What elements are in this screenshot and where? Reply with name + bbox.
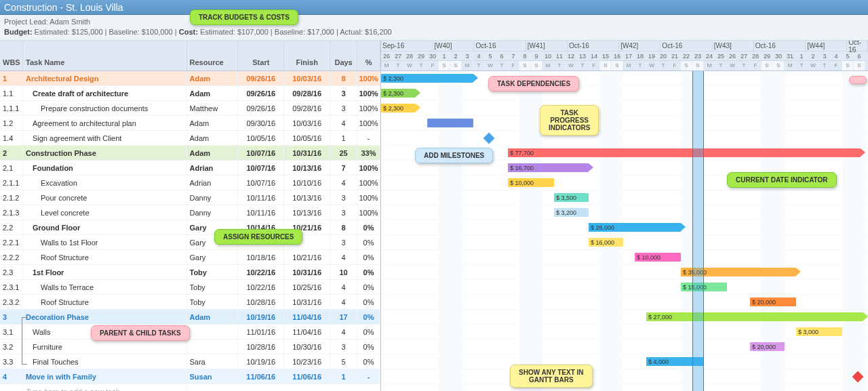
gantt-bar[interactable] bbox=[427, 119, 473, 127]
gantt-row[interactable] bbox=[381, 369, 868, 384]
gantt-row[interactable] bbox=[381, 116, 868, 131]
timeline-month: Oct-16 bbox=[660, 41, 712, 51]
project-lead-label: Project Lead: bbox=[4, 18, 48, 26]
gantt-row[interactable]: $ 35,000 bbox=[381, 265, 868, 280]
task-row[interactable]: 2.1FoundationAdrian10/07/1610/13/167100% bbox=[0, 161, 380, 176]
timeline-month: [W42] bbox=[619, 41, 660, 51]
timeline-month: Oct-16 bbox=[754, 41, 806, 51]
task-row[interactable]: 1.4Sign agreement with ClientAdam10/05/1… bbox=[0, 131, 380, 146]
cost-label: Cost: bbox=[179, 28, 198, 36]
gantt-bar[interactable]: $ 2,300 bbox=[381, 89, 416, 98]
gantt-row[interactable]: $ 26,000 bbox=[381, 220, 868, 235]
gantt-row[interactable] bbox=[381, 131, 868, 146]
task-row[interactable]: 3.2Furniture10/28/1610/30/1630% bbox=[0, 339, 380, 354]
callout-milestones: ADD MILESTONES bbox=[415, 148, 493, 163]
task-row[interactable]: 4Move in with FamilySusan11/06/1611/06/1… bbox=[0, 369, 380, 384]
callout-progress: TASK PROGRESS INDICATORS bbox=[540, 105, 599, 136]
callout-task-deps bbox=[849, 76, 867, 84]
gantt-bar[interactable]: $ 27,000 bbox=[646, 312, 863, 321]
timeline-month: Oct-16 bbox=[474, 41, 526, 51]
col-header-res[interactable]: Resource bbox=[187, 41, 239, 70]
callout-task-deps2: TASK DEPENDENCIES bbox=[488, 76, 579, 91]
task-row[interactable]: 1.1.1Prepare construction documentsMatth… bbox=[0, 101, 380, 116]
timeline-month: Sep-16 bbox=[381, 41, 433, 51]
col-header-start[interactable]: Start bbox=[238, 41, 284, 70]
task-row[interactable]: 3.1Walls11/01/1611/04/1640% bbox=[0, 325, 380, 339]
task-row[interactable]: 2Construction PhaseAdam10/07/1610/31/162… bbox=[0, 146, 380, 161]
gantt-chart[interactable]: $ 2,300$ 2,300$ 2,300$ 77,700$ 16,700$ 1… bbox=[381, 71, 868, 391]
task-row[interactable]: 2.2.2Roof StructureGary10/18/1610/21/164… bbox=[0, 250, 380, 265]
gantt-row[interactable]: $ 3,000 bbox=[381, 325, 868, 339]
gantt-bar[interactable]: $ 3,000 bbox=[796, 327, 842, 336]
gantt-bar[interactable]: $ 16,000 bbox=[589, 238, 623, 247]
gantt-row[interactable]: $ 3,200 bbox=[381, 205, 868, 220]
gantt-bar[interactable]: $ 15,000 bbox=[681, 283, 727, 291]
task-row[interactable]: 2.1.2Pour concreteDanny10/11/1610/13/163… bbox=[0, 190, 380, 205]
callout-bar-text: SHOW ANY TEXT IN GANTT BARS bbox=[510, 365, 593, 388]
gantt-bar[interactable]: $ 77,700 bbox=[508, 148, 861, 157]
gantt-bar[interactable]: $ 10,000 bbox=[508, 178, 554, 187]
gantt-row[interactable]: $ 2,300 bbox=[381, 101, 868, 116]
timeline-header: Sep-16[W40]Oct-16[W41]Oct-16[W42]Oct-16[… bbox=[381, 41, 868, 70]
task-row[interactable]: 2.2.1Walls to 1st FloorGary30% bbox=[0, 235, 380, 250]
project-lead-value: Adam Smith bbox=[50, 18, 90, 26]
callout-parent-child: PARENT & CHILD TASKS bbox=[91, 325, 190, 341]
callout-track-budgets: TRACK BUDGETS & COSTS bbox=[190, 9, 298, 25]
budget-label: Budget: bbox=[4, 28, 33, 36]
gantt-row[interactable]: $ 16,000 bbox=[381, 235, 868, 250]
task-row[interactable]: 2.3.1Walls to TerraceToby10/22/1610/25/1… bbox=[0, 280, 380, 295]
gantt-bar[interactable]: $ 2,300 bbox=[381, 74, 473, 83]
task-row[interactable]: 2.3.2Roof StructureToby10/28/1610/31/164… bbox=[0, 295, 380, 310]
title-bar: Construction - St. Louis Villa bbox=[0, 0, 868, 15]
gantt-bar[interactable]: $ 3,200 bbox=[554, 208, 589, 217]
gantt-bar[interactable]: $ 26,000 bbox=[589, 223, 681, 232]
info-bar: Project Lead: Adam Smith Budget: Estimat… bbox=[0, 15, 868, 41]
gantt-row[interactable]: $ 10,000 bbox=[381, 250, 868, 265]
gantt-bar[interactable]: $ 35,000 bbox=[681, 268, 796, 276]
gantt-row[interactable]: $ 20,000 bbox=[381, 339, 868, 354]
task-row[interactable]: 1.2Agreement to architectural planAdam09… bbox=[0, 116, 380, 131]
gantt-row[interactable]: $ 27,000 bbox=[381, 310, 868, 325]
col-header-pct[interactable]: % bbox=[357, 41, 380, 70]
timeline-month: [W40] bbox=[433, 41, 474, 51]
task-row[interactable]: 1Architectural DesignAdam09/26/1610/03/1… bbox=[0, 71, 380, 86]
gantt-bar[interactable]: $ 20,000 bbox=[750, 342, 785, 351]
project-title: Construction - St. Louis Villa bbox=[4, 2, 123, 13]
task-grid: 1Architectural DesignAdam09/26/1610/03/1… bbox=[0, 71, 381, 391]
task-row[interactable]: 2.2Ground FloorGary10/14/1610/21/1680% bbox=[0, 220, 380, 235]
bracket-parent-child bbox=[22, 317, 27, 365]
task-row[interactable]: 2.31st FloorToby10/22/1610/31/16100% bbox=[0, 265, 380, 280]
timeline-month: [W41] bbox=[526, 41, 568, 51]
task-row[interactable]: 2.1.3Level concreteDanny10/11/1610/13/16… bbox=[0, 205, 380, 220]
task-row[interactable]: 3.3Final TouchesSara10/19/1610/23/1650% bbox=[0, 354, 380, 369]
gantt-bar[interactable]: $ 4,000 bbox=[646, 357, 704, 366]
col-header-task[interactable]: Task Name bbox=[23, 41, 187, 70]
gantt-row[interactable]: $ 3,500 bbox=[381, 190, 868, 205]
gantt-bar[interactable]: $ 3,500 bbox=[554, 193, 589, 202]
col-header-finish[interactable]: Finish bbox=[284, 41, 330, 70]
callout-assign-res: ASSIGN RESOURCES bbox=[214, 229, 302, 245]
gantt-row[interactable]: $ 2,300 bbox=[381, 86, 868, 101]
milestone-icon[interactable] bbox=[484, 133, 495, 144]
task-row[interactable]: 2.1.1ExcavationAdrian10/07/1610/10/16410… bbox=[0, 176, 380, 190]
col-header-wbs[interactable]: WBS bbox=[0, 41, 23, 70]
timeline-month: [W43] bbox=[713, 41, 754, 51]
gantt-row[interactable]: $ 2,300 bbox=[381, 71, 868, 86]
col-header-days[interactable]: Days bbox=[330, 41, 357, 70]
gantt-bar[interactable]: $ 20,000 bbox=[750, 297, 796, 306]
timeline-month: Oct-16 bbox=[847, 41, 868, 51]
gantt-bar[interactable]: $ 16,700 bbox=[508, 163, 589, 172]
gantt-row[interactable]: $ 4,000 bbox=[381, 354, 868, 369]
gantt-row[interactable]: $ 20,000 bbox=[381, 295, 868, 310]
new-task-row[interactable]: Type here to add a new task bbox=[0, 384, 380, 391]
timeline-month: [W44] bbox=[806, 41, 847, 51]
gantt-bar[interactable]: $ 10,000 bbox=[635, 253, 681, 262]
gantt-bar[interactable]: $ 2,300 bbox=[381, 104, 416, 112]
task-row[interactable]: 1.1Create draft of architectureAdam09/26… bbox=[0, 86, 380, 101]
callout-current-date: CURRENT DATE INDICATOR bbox=[727, 172, 837, 188]
timeline-month: Oct-16 bbox=[568, 41, 619, 51]
milestone-icon[interactable] bbox=[852, 371, 864, 383]
gantt-row[interactable] bbox=[381, 384, 868, 391]
task-row[interactable]: 3Decoration PhaseAdam10/19/1611/04/16170… bbox=[0, 310, 380, 325]
gantt-row[interactable]: $ 15,000 bbox=[381, 280, 868, 295]
